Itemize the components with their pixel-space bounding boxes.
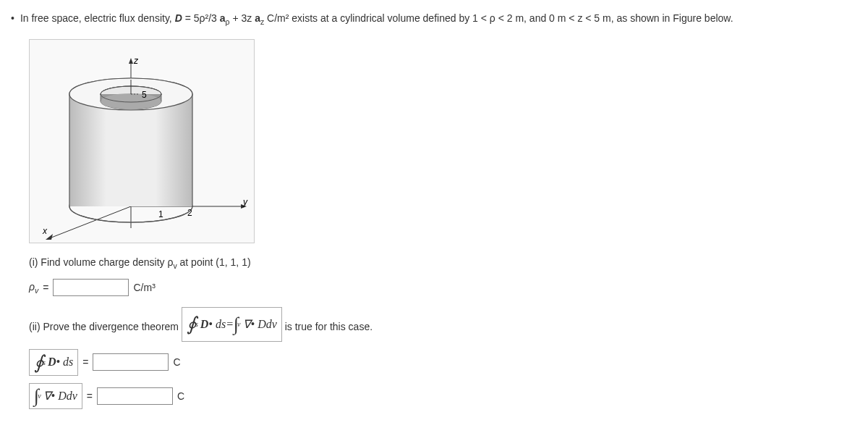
dot-D-rhs: • D: [251, 315, 266, 334]
dot-ds-2a: • ds: [56, 356, 73, 369]
q1-text: (i) Find volume charge density ρ: [29, 256, 173, 268]
dot-ds-lhs: • ds: [208, 315, 226, 334]
q2-text2: is true for this case.: [285, 321, 373, 332]
q1-text2: at point (1, 1, 1): [177, 256, 251, 268]
D-lhs: D: [200, 315, 209, 334]
cylinder-figure-svg: z y x: [30, 40, 254, 243]
rho-v-input[interactable]: [53, 279, 129, 296]
divergence-theorem-box: ∮s D • ds = ∫v ∇ • Ddv: [182, 307, 282, 342]
eq-2a: =: [82, 356, 88, 368]
nabla-rhs: ∇: [243, 315, 251, 334]
bullet: •: [11, 12, 14, 24]
eq-mid: =: [226, 315, 234, 334]
q1-equals: =: [43, 282, 48, 293]
dot-D-2b: • D: [51, 390, 67, 403]
svg-point-16: [101, 93, 161, 109]
dv-2b: dv: [67, 390, 77, 403]
rho-label-char: ρ: [29, 281, 35, 293]
rho-v-label: ρv: [29, 281, 38, 295]
q2-text: (ii) Prove the divergence theorem: [29, 321, 182, 332]
statement-text: In free space, electric flux density, D …: [20, 11, 733, 28]
answer-2b-row: ∫v ∇ • Ddv = C: [29, 383, 857, 409]
nabla-2b: ∇: [43, 389, 51, 403]
D-units: C/m²: [267, 12, 289, 24]
figure-container: z y x: [29, 39, 255, 243]
volume-integral-input[interactable]: [97, 387, 173, 405]
units-2b: C: [177, 390, 184, 402]
y-axis-label: y: [242, 197, 248, 207]
problem-statement: • In free space, electric flux density, …: [11, 11, 857, 28]
question-2: (ii) Prove the divergence theorem ∮s D •…: [29, 307, 857, 342]
rho-v-sub: v: [35, 286, 38, 295]
z-axis-label: z: [133, 56, 139, 66]
plus-part: + 3z: [232, 12, 255, 24]
svg-rect-8: [69, 94, 192, 206]
D-2a: D: [48, 356, 56, 369]
x-axis-label: x: [42, 226, 48, 236]
label-1: 1: [158, 209, 163, 219]
surface-integral-input[interactable]: [93, 353, 169, 371]
exists-text: exists at a cylindrical volume defined b…: [292, 12, 733, 24]
surface-integral-box: ∮s D • ds: [29, 349, 78, 376]
equals-part: = 5ρ²/3: [185, 12, 220, 24]
answer-2a-row: ∮s D • ds = C: [29, 349, 857, 376]
D-var: D: [175, 12, 182, 24]
intro-text: In free space, electric flux density,: [20, 12, 175, 24]
a-rho-base: a: [220, 12, 226, 24]
q1-units: C/m³: [133, 282, 155, 293]
label-2: 2: [187, 208, 192, 218]
units-2a: C: [173, 356, 180, 368]
label-5: 5: [142, 90, 147, 100]
question-1: (i) Find volume charge density ρv at poi…: [29, 254, 857, 272]
answer-1-row: ρv = C/m³: [29, 279, 857, 296]
z-sub: z: [260, 17, 264, 26]
volume-integral-box: ∫v ∇ • Ddv: [29, 383, 82, 409]
a-z-base: a: [255, 12, 260, 24]
dv-rhs: dv: [266, 315, 277, 334]
eq-2b: =: [87, 390, 93, 402]
svg-marker-1: [129, 58, 133, 64]
rho-sub: ρ: [226, 17, 230, 26]
svg-line-4: [48, 206, 131, 239]
